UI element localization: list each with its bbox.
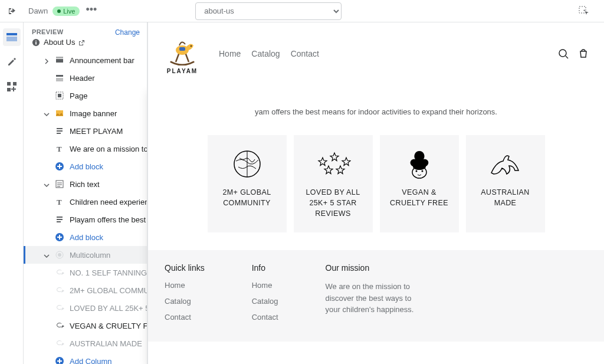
live-badge: Live xyxy=(52,6,80,16)
kangaroo-icon xyxy=(488,150,523,178)
info-icon xyxy=(32,38,40,47)
footer-link[interactable]: Catalog xyxy=(252,297,278,306)
plus-circle-icon xyxy=(54,356,65,364)
live-dot-icon xyxy=(57,9,61,13)
footer-link[interactable]: Home xyxy=(165,281,205,290)
footer-text: We are on the mission to discover the be… xyxy=(326,281,426,316)
tree-section[interactable]: Header xyxy=(24,69,147,87)
tree-item-label: AUSTRALIAN MADE xyxy=(70,339,142,348)
rail-sections[interactable] xyxy=(3,28,21,46)
tree-block[interactable]: TWe are on a mission to disc… xyxy=(24,140,147,158)
inspector-toggle[interactable] xyxy=(576,3,592,19)
footer-col-mission: Our mission We are on the mission to dis… xyxy=(326,263,426,329)
column-icon xyxy=(54,338,65,349)
text-lines-icon xyxy=(54,126,65,136)
stars-icon xyxy=(316,150,351,178)
tree-block[interactable]: VEGAN & CRUELTY FREE xyxy=(24,317,147,335)
svg-rect-3 xyxy=(7,82,11,86)
footer-link[interactable]: Contact xyxy=(252,313,278,322)
apps-icon xyxy=(7,82,17,91)
nav-link-home[interactable]: Home xyxy=(219,49,241,58)
cart-icon[interactable] xyxy=(578,48,589,59)
tree-item-label: Rich text xyxy=(70,180,100,189)
tree-block[interactable]: 2M+ GLOBAL COMMUNITY xyxy=(24,281,147,299)
svg-text:T: T xyxy=(57,145,62,153)
add-block-button[interactable]: Add Column xyxy=(24,352,147,364)
multicolumn-icon xyxy=(54,250,65,260)
rail-theme-settings[interactable] xyxy=(3,53,21,71)
column-card: LOVED BY ALL 25K+ 5 STAR REVIEWS xyxy=(294,135,373,232)
tree-section[interactable]: Page xyxy=(24,87,147,104)
site-footer: Quick links Home Catalog Contact Info Ho… xyxy=(148,250,604,342)
svg-rect-65 xyxy=(179,47,185,51)
tree-block[interactable]: AUSTRALIAN MADE xyxy=(24,335,147,352)
footer-heading: Info xyxy=(252,263,278,273)
tree-section[interactable]: Image banner xyxy=(24,104,147,122)
search-icon[interactable] xyxy=(558,48,569,59)
column-caption: 2M+ GLOBAL COMMUNITY xyxy=(211,187,283,208)
chevron-down-icon[interactable] xyxy=(44,252,50,258)
svg-rect-9 xyxy=(56,59,63,63)
site-logo[interactable]: PLAYAM xyxy=(163,33,201,74)
change-preview-link[interactable]: Change xyxy=(115,28,140,37)
column-caption: VEGAN & CRUELTY FREE xyxy=(383,187,455,208)
footer-link[interactable]: Catalog xyxy=(165,297,205,306)
page-select[interactable]: about-us xyxy=(195,2,342,20)
header-icon xyxy=(54,73,65,83)
globe-icon xyxy=(232,149,262,179)
tree-item-label: 2M+ GLOBAL COMMUNITY xyxy=(70,286,147,295)
announcement-icon xyxy=(54,55,65,65)
tree-section[interactable]: Announcement bar xyxy=(24,51,147,69)
sections-icon xyxy=(6,33,17,41)
tree-block[interactable]: LOVED BY ALL 25K+ 5 STAR … xyxy=(24,299,147,317)
sections-panel: PREVIEW Change About Us Announcement bar… xyxy=(24,22,147,364)
column-card: VEGAN & CRUELTY FREE xyxy=(380,135,459,232)
add-block-button[interactable]: Add block xyxy=(24,228,147,246)
footer-link[interactable]: Home xyxy=(252,281,278,290)
column-card: AUSTRALIAN MADE xyxy=(466,135,545,232)
preview-page-link[interactable]: About Us xyxy=(32,38,139,47)
footer-link[interactable]: Contact xyxy=(165,313,205,322)
svg-rect-5 xyxy=(7,88,11,91)
richtext-icon xyxy=(54,179,65,189)
svg-rect-0 xyxy=(579,6,586,13)
svg-rect-12 xyxy=(56,78,63,81)
paint-icon xyxy=(6,57,17,67)
tree-item-label: Image banner xyxy=(70,109,117,118)
page-select-dropdown[interactable]: about-us xyxy=(195,2,342,20)
exit-button[interactable] xyxy=(6,5,19,18)
chevron-right-icon[interactable] xyxy=(44,57,50,63)
svg-text:T: T xyxy=(57,198,62,206)
tree-block[interactable]: MEET PLAYAM xyxy=(24,122,147,140)
tree-block[interactable]: TChildren need experiences f… xyxy=(24,193,147,211)
chevron-down-icon[interactable] xyxy=(44,110,50,116)
preview-page-name: About Us xyxy=(44,38,75,47)
tree-block[interactable]: Playam offers the best mea… xyxy=(24,211,147,228)
page-icon xyxy=(54,90,65,101)
tree-block[interactable]: NO. 1 SELF TANNING BRAND xyxy=(24,264,147,281)
tree-section[interactable]: Rich text xyxy=(24,175,147,193)
nav-link-catalog[interactable]: Catalog xyxy=(251,49,280,58)
svg-rect-8 xyxy=(35,42,37,44)
image-banner-icon xyxy=(54,108,65,119)
tree-item-label: We are on a mission to disc… xyxy=(70,145,147,153)
svg-rect-2 xyxy=(6,37,17,41)
svg-rect-4 xyxy=(13,82,17,86)
tree-item-label: Add block xyxy=(70,233,103,242)
more-button[interactable]: ••• xyxy=(86,6,97,16)
chevron-down-icon[interactable] xyxy=(44,181,50,187)
tree-section[interactable]: Multicolumn xyxy=(24,246,147,264)
topbar: Dawn Live ••• about-us xyxy=(0,0,604,22)
footer-col-info: Info Home Catalog Contact xyxy=(252,263,278,329)
theme-name: Dawn xyxy=(28,6,48,15)
text-t-icon: T xyxy=(54,143,65,154)
text-t-icon: T xyxy=(54,196,65,207)
nav-link-contact[interactable]: Contact xyxy=(291,49,319,58)
tree-item-label: LOVED BY ALL 25K+ 5 STAR … xyxy=(70,304,147,313)
footer-col-quicklinks: Quick links Home Catalog Contact xyxy=(165,263,205,329)
rail-apps[interactable] xyxy=(3,78,21,96)
add-block-button[interactable]: Add block xyxy=(24,158,147,175)
column-icon xyxy=(54,303,65,313)
svg-line-67 xyxy=(566,56,568,58)
svg-point-70 xyxy=(415,170,417,172)
